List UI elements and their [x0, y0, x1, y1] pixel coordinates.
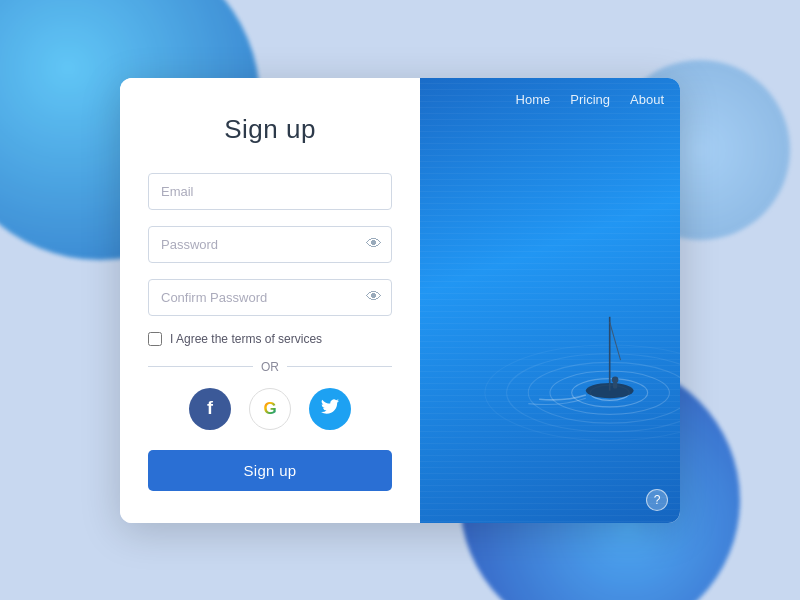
terms-checkbox[interactable]: [148, 332, 162, 346]
twitter-icon: [321, 398, 339, 419]
confirm-password-input-wrapper: 👁: [148, 279, 392, 316]
nav-pricing[interactable]: Pricing: [570, 92, 610, 107]
signup-button[interactable]: Sign up: [148, 450, 392, 491]
password-toggle-icon[interactable]: 👁: [366, 235, 382, 253]
signup-card: Sign up 👁 👁 I Agree the terms of service…: [120, 78, 680, 523]
page-title: Sign up: [224, 114, 316, 145]
password-field[interactable]: [148, 226, 392, 263]
help-button[interactable]: ?: [646, 489, 668, 511]
confirm-password-toggle-icon[interactable]: 👁: [366, 288, 382, 306]
svg-rect-10: [613, 381, 617, 388]
terms-row: I Agree the terms of services: [148, 332, 392, 346]
facebook-icon: f: [207, 398, 213, 419]
google-icon: G: [263, 399, 276, 419]
terms-label: I Agree the terms of services: [170, 332, 322, 346]
facebook-signin-button[interactable]: f: [189, 388, 231, 430]
social-row: f G: [189, 388, 351, 430]
image-panel: Home Pricing About: [420, 78, 680, 523]
password-input-wrapper: 👁: [148, 226, 392, 263]
nav-bar: Home Pricing About: [420, 78, 680, 121]
or-line-left: [148, 366, 253, 367]
water-svg: [420, 78, 680, 523]
nav-home[interactable]: Home: [516, 92, 551, 107]
svg-point-5: [485, 345, 680, 441]
email-field[interactable]: [148, 173, 392, 210]
twitter-signin-button[interactable]: [309, 388, 351, 430]
email-input-wrapper: [148, 173, 392, 210]
nav-about[interactable]: About: [630, 92, 664, 107]
confirm-password-field[interactable]: [148, 279, 392, 316]
water-scene: [420, 78, 680, 523]
or-divider: OR: [148, 360, 392, 374]
or-text: OR: [261, 360, 279, 374]
google-signin-button[interactable]: G: [249, 388, 291, 430]
form-panel: Sign up 👁 👁 I Agree the terms of service…: [120, 78, 420, 523]
svg-line-8: [610, 322, 621, 360]
or-line-right: [287, 366, 392, 367]
